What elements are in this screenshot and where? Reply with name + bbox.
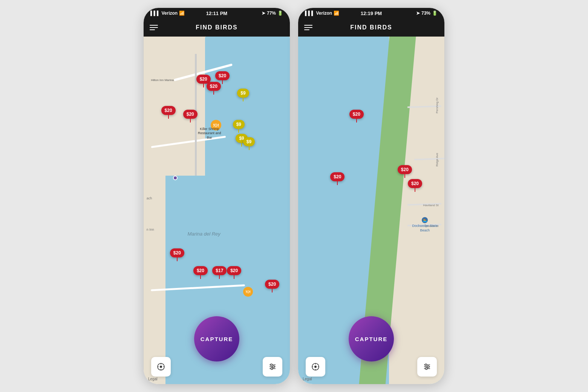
price-stem2-2 bbox=[337, 181, 338, 185]
price-pin-20-9[interactable]: $20 bbox=[265, 280, 279, 292]
wifi-icon-1: 📶 bbox=[179, 11, 185, 16]
price-pin-9-2[interactable]: $9 bbox=[233, 120, 245, 133]
status-right-1: ➤ 77% 🔋 bbox=[262, 11, 283, 16]
status-right-2: ➤ 73% 🔋 bbox=[416, 11, 438, 16]
signal-icon-2: ▌▌▌ bbox=[305, 11, 315, 16]
battery-icon-1: 🔋 bbox=[277, 11, 283, 16]
haviland-label: Haviland St bbox=[423, 204, 439, 207]
price-stem-y1 bbox=[243, 98, 243, 101]
price-bubble2-3: $20 bbox=[398, 165, 412, 174]
price-stem-y2 bbox=[238, 129, 239, 133]
svg-point-10 bbox=[273, 366, 275, 368]
restaurant-label: Killer Shrimp Restaurant and Bar bbox=[196, 127, 223, 140]
hamburger-menu-1[interactable] bbox=[150, 25, 158, 30]
price-stem2-4 bbox=[415, 188, 415, 192]
phone-1: ▌▌▌ Verizon 📶 12:11 PM ➤ 77% 🔋 FIND BIRD… bbox=[143, 8, 290, 384]
nav-bar-2: FIND BIRDS bbox=[298, 18, 444, 37]
price-stem-y4 bbox=[249, 146, 250, 150]
price-pin-9-1[interactable]: $9 bbox=[237, 89, 249, 101]
price-pin2-20-1[interactable]: $20 bbox=[349, 110, 364, 122]
nav-bar-1: FIND BIRDS bbox=[144, 18, 290, 37]
price-pin-20-7[interactable]: $20 bbox=[193, 266, 208, 279]
battery-pct-2: 73% bbox=[421, 11, 430, 16]
price-stem-4 bbox=[168, 115, 169, 119]
price-stem-y3 bbox=[241, 143, 242, 147]
location-button-1[interactable] bbox=[151, 357, 171, 377]
price-bubble-6: $20 bbox=[170, 248, 184, 257]
phone-2: ▌▌▌ Verizon 📶 12:19 PM ➤ 73% 🔋 FIND BIRD… bbox=[298, 8, 445, 384]
wifi-icon-2: 📶 bbox=[334, 11, 339, 16]
price-bubble-4: $20 bbox=[161, 106, 176, 115]
price-bubble-9: $20 bbox=[265, 280, 279, 289]
price-stem2-3 bbox=[404, 174, 405, 178]
nav-title-2: FIND BIRDS bbox=[350, 24, 392, 31]
hamburger-menu-2[interactable] bbox=[304, 25, 312, 30]
gps-icon-2: ➤ bbox=[416, 11, 420, 16]
price-stem-1 bbox=[222, 80, 223, 84]
carrier-2: Verizon bbox=[316, 11, 332, 16]
restaurant-marker-2: 🍽 bbox=[243, 287, 253, 297]
nav-title-1: FIND BIRDS bbox=[196, 24, 238, 31]
capture-button-1[interactable]: CAPTURE bbox=[194, 316, 239, 361]
filter-button-1[interactable] bbox=[263, 357, 282, 377]
svg-point-22 bbox=[427, 366, 429, 368]
price-bubble-5: $20 bbox=[183, 110, 198, 119]
price-stem2-1 bbox=[356, 119, 357, 122]
price-pin-9-4[interactable]: $9 bbox=[243, 137, 255, 150]
dockweiler-label: 🏊 Dockweiler State Beach bbox=[410, 217, 440, 233]
price-bubble-y1: $9 bbox=[237, 89, 249, 98]
price-stem-8 bbox=[234, 275, 234, 279]
price-bubble2-1: $20 bbox=[349, 110, 364, 119]
marina-label: Marina del Rey bbox=[187, 231, 220, 237]
legal-text-2: Legal bbox=[303, 377, 312, 381]
price-pin2-20-3[interactable]: $20 bbox=[398, 165, 412, 178]
price-stem-6 bbox=[177, 257, 178, 261]
hotel-label: Hilton Inn Marina bbox=[151, 78, 173, 82]
time-2: 12:19 PM bbox=[361, 11, 382, 16]
price-pin-20-5[interactable]: $20 bbox=[183, 110, 198, 122]
price-bubble-8: $20 bbox=[227, 266, 241, 275]
price-bubble2-2: $20 bbox=[330, 172, 345, 181]
price-pin-20-8[interactable]: $20 bbox=[227, 266, 241, 279]
price-pin-17[interactable]: $17 bbox=[212, 266, 227, 279]
price-bubble-y4: $9 bbox=[243, 137, 255, 146]
bottom-toolbar-2 bbox=[298, 357, 444, 377]
beach-label: ach bbox=[147, 196, 152, 200]
price-bubble-17: $17 bbox=[212, 266, 227, 275]
price-bubble-7: $20 bbox=[193, 266, 208, 275]
map-2[interactable]: Pershing Dr Ridge Ave Haviland St Ipswic… bbox=[298, 37, 444, 384]
svg-point-11 bbox=[271, 368, 273, 370]
svg-point-1 bbox=[160, 366, 162, 368]
price-pin-20-4[interactable]: $20 bbox=[161, 106, 176, 119]
status-left-2: ▌▌▌ Verizon 📶 bbox=[305, 11, 339, 16]
price-bubble-y2: $9 bbox=[233, 120, 245, 129]
bottom-toolbar-1 bbox=[144, 357, 290, 377]
pershing-label: Pershing Dr bbox=[435, 97, 439, 113]
price-bubble2-4: $20 bbox=[408, 179, 422, 188]
signal-icon-1: ▌▌▌ bbox=[150, 11, 160, 16]
gps-icon-1: ➤ bbox=[262, 11, 265, 16]
map-1[interactable]: Marina del Rey 🍽 🍽 Killer Shrimp Restaur… bbox=[144, 37, 290, 384]
price-pin-20-3[interactable]: $20 bbox=[207, 82, 221, 95]
price-stem-3 bbox=[213, 91, 214, 95]
price-pin2-20-2[interactable]: $20 bbox=[330, 172, 345, 185]
filter-button-2[interactable] bbox=[417, 357, 437, 377]
carrier-1: Verizon bbox=[162, 11, 178, 16]
location-button-2[interactable] bbox=[306, 357, 325, 377]
battery-pct-1: 77% bbox=[267, 11, 276, 16]
price-stem-5 bbox=[190, 119, 191, 122]
price-stem-2 bbox=[203, 84, 204, 87]
inn-label: n Inn bbox=[147, 228, 154, 231]
svg-point-23 bbox=[426, 368, 427, 370]
price-stem-7 bbox=[200, 275, 201, 279]
price-pin-20-6[interactable]: $20 bbox=[170, 248, 184, 261]
capture-button-2[interactable]: CAPTURE bbox=[349, 316, 394, 361]
status-bar-1: ▌▌▌ Verizon 📶 12:11 PM ➤ 77% 🔋 bbox=[144, 8, 290, 18]
location-dot-1 bbox=[173, 176, 178, 180]
price-stem-17 bbox=[219, 275, 220, 279]
price-pin2-20-4[interactable]: $20 bbox=[408, 179, 422, 192]
status-left-1: ▌▌▌ Verizon 📶 bbox=[150, 11, 185, 16]
price-bubble-1: $20 bbox=[215, 71, 230, 80]
status-bar-2: ▌▌▌ Verizon 📶 12:19 PM ➤ 73% 🔋 bbox=[298, 8, 444, 18]
legal-text-1: Legal bbox=[148, 377, 157, 381]
